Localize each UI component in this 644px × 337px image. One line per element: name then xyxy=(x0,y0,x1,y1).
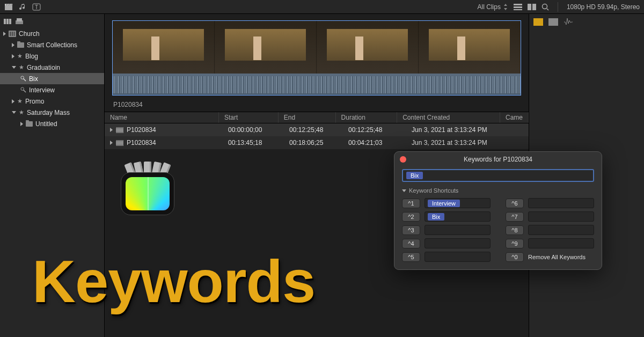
table-row[interactable]: P1020834 00:13:45;18 00:18:06;25 00:04:2… xyxy=(105,136,529,149)
sidebar-item-bix[interactable]: Bix xyxy=(0,73,104,84)
shortcut-field[interactable] xyxy=(425,252,491,262)
shortcut-slot: ^0Remove All Keywords xyxy=(506,252,594,262)
section-title[interactable]: Keyword Shortcuts xyxy=(402,187,594,194)
info-inspector-tab[interactable] xyxy=(548,18,558,26)
shortcut-key[interactable]: ^2 xyxy=(402,212,420,222)
titles-button[interactable]: T xyxy=(32,3,41,11)
disclosure-right-icon xyxy=(12,99,14,104)
folder-icon xyxy=(26,121,33,127)
table-row[interactable]: P1020834 00:00:00;00 00:12:25;48 00:12:2… xyxy=(105,123,529,136)
svg-rect-4 xyxy=(514,4,522,5)
import-button[interactable] xyxy=(4,3,13,11)
clip-name-label: P1020834 xyxy=(105,98,529,112)
disclosure-right-icon xyxy=(110,141,113,145)
sort-arrows-icon xyxy=(503,4,508,10)
cell-content-created: Jun 3, 2021 at 3:13:24 PM xyxy=(406,126,513,134)
top-toolbar: T All Clips 1080p HD 59.94p, Stereo xyxy=(0,0,644,14)
col-end[interactable]: End xyxy=(279,112,336,123)
svg-rect-7 xyxy=(528,4,531,10)
sidebar-label: Blog xyxy=(25,53,38,60)
svg-point-9 xyxy=(542,4,547,9)
sidebar-item-saturday[interactable]: ★Saturday Mass xyxy=(0,107,104,118)
keyword-tag[interactable]: Bix xyxy=(406,172,423,179)
shortcut-field[interactable] xyxy=(528,225,594,235)
shortcut-key[interactable]: ^7 xyxy=(506,212,524,222)
audio-inspector-tab[interactable] xyxy=(564,18,573,26)
col-name[interactable]: Name xyxy=(105,112,219,123)
sidebar-item-interview[interactable]: Interview xyxy=(0,84,104,96)
shortcut-field[interactable]: Interview xyxy=(425,198,491,208)
svg-rect-8 xyxy=(532,4,536,10)
cell-duration: 00:12:25;48 xyxy=(343,126,406,134)
cell-content-created: Jun 3, 2021 at 3:13:24 PM xyxy=(406,139,513,146)
svg-rect-14 xyxy=(17,18,22,21)
search-button[interactable] xyxy=(541,3,549,11)
shortcut-field[interactable] xyxy=(528,211,594,222)
disclosure-right-icon xyxy=(12,43,14,47)
list-view-button[interactable] xyxy=(514,4,522,10)
shortcut-field[interactable] xyxy=(528,198,594,208)
table-body: P1020834 00:00:00;00 00:12:25;48 00:12:2… xyxy=(105,123,529,149)
keyword-tag: Interview xyxy=(428,200,460,207)
shortcut-key[interactable]: ^8 xyxy=(506,225,524,235)
shortcut-slot: ^2Bix xyxy=(402,211,491,222)
shortcut-slot: ^6 xyxy=(506,198,594,208)
svg-rect-18 xyxy=(14,32,15,36)
title-overlay: Keywords xyxy=(32,247,315,316)
shortcut-key[interactable]: ^3 xyxy=(402,225,420,235)
sidebar-item-smart[interactable]: Smart Collections xyxy=(0,39,104,50)
sidebar-item-graduation[interactable]: ★Graduatioin xyxy=(0,62,104,73)
clapper-icon xyxy=(4,3,13,11)
shortcut-key[interactable]: ^4 xyxy=(402,239,420,248)
folder-icon xyxy=(17,42,24,48)
shortcut-key[interactable]: ^0 xyxy=(506,252,524,262)
disclosure-down-icon xyxy=(12,111,16,114)
col-content-created[interactable]: Content Created xyxy=(397,112,500,123)
event-star-icon: ★ xyxy=(17,98,23,105)
col-duration[interactable]: Duration xyxy=(336,112,398,123)
cell-name: P1020834 xyxy=(127,126,156,134)
remove-all-button[interactable]: Remove All Keywords xyxy=(528,254,586,260)
library-tab-icon[interactable] xyxy=(3,17,12,25)
library-item[interactable]: Church xyxy=(0,28,104,39)
shortcut-key[interactable]: ^6 xyxy=(506,199,524,208)
shortcut-field[interactable] xyxy=(528,238,594,248)
photos-tab-icon[interactable] xyxy=(15,17,24,25)
filmstrip-clip[interactable] xyxy=(112,20,521,96)
sidebar-label: Saturday Mass xyxy=(27,109,70,116)
svg-rect-10 xyxy=(4,19,6,24)
sidebar-item-untitled[interactable]: Untitled xyxy=(0,118,104,129)
close-button[interactable] xyxy=(400,156,406,163)
video-inspector-tab[interactable] xyxy=(533,18,543,26)
keyword-icon xyxy=(20,76,26,82)
clip-icon xyxy=(116,127,123,133)
search-icon xyxy=(541,3,549,11)
col-camera[interactable]: Came xyxy=(500,112,529,123)
shortcut-field[interactable] xyxy=(425,225,491,235)
sidebar-label: Bix xyxy=(29,75,38,83)
sidebar-label: Untitled xyxy=(35,120,57,128)
disclosure-down-icon xyxy=(402,189,406,192)
clip-filter-dropdown[interactable]: All Clips xyxy=(478,3,508,11)
sidebar-item-promo[interactable]: ★Promo xyxy=(0,96,104,107)
filmstrip-view-button[interactable] xyxy=(528,4,536,10)
cell-name: P1020834 xyxy=(127,139,156,146)
library-icon xyxy=(9,31,16,37)
keyword-input[interactable]: Bix xyxy=(402,169,594,182)
svg-rect-0 xyxy=(5,5,12,10)
shortcut-key[interactable]: ^9 xyxy=(506,239,524,248)
disclosure-right-icon xyxy=(12,54,14,58)
list-icon xyxy=(514,4,522,10)
shortcut-key[interactable]: ^1 xyxy=(402,199,420,208)
shortcut-slot: ^1Interview xyxy=(402,198,491,208)
disclosure-right-icon xyxy=(20,122,23,126)
svg-rect-5 xyxy=(514,6,522,8)
sidebar-item-blog[interactable]: ★Blog xyxy=(0,50,104,62)
shortcut-field[interactable] xyxy=(425,238,491,248)
shortcut-key[interactable]: ^5 xyxy=(402,252,420,262)
music-button[interactable] xyxy=(18,3,27,11)
col-start[interactable]: Start xyxy=(219,112,279,123)
shortcut-field[interactable]: Bix xyxy=(425,211,491,222)
shortcut-slot: ^7 xyxy=(506,211,594,222)
disclosure-down-icon xyxy=(12,66,16,69)
